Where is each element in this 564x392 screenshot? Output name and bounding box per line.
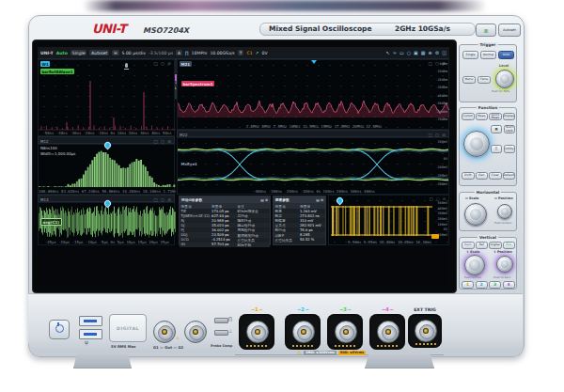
v-position-label: ↕ Position (494, 250, 512, 254)
vertical-group: Vertical Math Ref Digital Bus ↕ Scale Pu… (459, 237, 517, 290)
noise-window-controls[interactable]: □ ○ ⊙ (154, 197, 172, 202)
trigger-auto-button[interactable]: Auto (498, 51, 514, 59)
ref-wave-panel[interactable]: W1 barRefAWave1 □ ○ ⊙ -50ns -40ns -30ns … (38, 59, 175, 136)
square-wave-icon: ∏ (228, 316, 232, 321)
model-label: MSO7204X (143, 26, 189, 35)
table-cell: TJ(BER<=1E-12) (180, 214, 211, 218)
y-tick-label: -200mV (435, 174, 447, 178)
table-icons[interactable]: ▤ ⊙ (260, 198, 268, 202)
multipurpose-knob[interactable] (463, 131, 490, 157)
digital-button[interactable]: Digital (489, 242, 502, 249)
trigger-group: Trigger Single Normal Auto Menu Force Le… (459, 44, 517, 102)
v-position-knob[interactable] (496, 256, 513, 273)
histogram-panel[interactable]: N8ns100 Width=1,000.00μs 100.000ns 83.62… (38, 144, 175, 195)
ref-button[interactable]: Ref (476, 242, 489, 249)
noise-panel[interactable]: avg(C1) -25μs -20μs -15μs -10μs -5μs 0s … (38, 202, 175, 245)
probe-comp-tab-2 (214, 330, 228, 336)
function-group-title: Function (477, 105, 499, 110)
vertical-channel-button-2[interactable]: 2 (476, 281, 488, 289)
vertical-channel-button-1[interactable]: 1 (462, 281, 474, 289)
eye-window-controls[interactable]: □ ○ ⊙ (429, 133, 446, 137)
device-foot-left (73, 353, 132, 368)
eye-panel[interactable]: MxEye1 -400ns -300ns -200ns -100ns 0s 10… (177, 137, 449, 195)
table-cell: 57.703 ps (211, 243, 236, 246)
touch-lock-button[interactable]: Touch Lock (504, 125, 515, 133)
acquire-icon[interactable]: ▭ (400, 50, 404, 55)
table-cell: 码间干扰 (236, 243, 270, 247)
display-button[interactable]: Display (503, 113, 516, 120)
acquire-badge: A (176, 50, 182, 55)
screen[interactable]: UNI-T Auto Single Autoset H 5.00 μs/div … (38, 47, 449, 286)
hist-window-controls[interactable]: □ ○ ⊙ (154, 139, 172, 144)
utility-button[interactable]: Utility (504, 145, 515, 153)
mic-icon[interactable] (124, 63, 129, 71)
gen-button[interactable]: Gen (476, 172, 489, 180)
device-title: Mixed Signal Oscilloscope (269, 24, 372, 33)
math-button[interactable]: Math (462, 242, 475, 249)
close-button[interactable]: ╳ (491, 145, 502, 153)
oscilloscope-photo: UNI-T MSO7204X Mixed Signal Oscilloscope… (0, 0, 564, 392)
vertical-channel-button-4[interactable]: 4 (503, 281, 515, 289)
trigger-position-marker[interactable] (311, 60, 317, 64)
trigger-level-knob[interactable] (495, 70, 514, 88)
y-tick-label: -10dBm (435, 70, 447, 73)
jitter-table[interactable]: 抖动分析参数▤ ⊙测量项测量值备注TIE173.05 ps时间间隔误差TJ(BE… (179, 196, 271, 245)
autoset-button-hw[interactable]: Autoset (498, 24, 521, 37)
digital-panel[interactable]: □ ○ ⊙ 500mV400mV300mV200mV100mV0V-100mV … (328, 195, 449, 245)
control-panel: Trigger Single Normal Auto Menu Force Le… (459, 41, 517, 291)
vertical-channel-button-3[interactable]: 3 (489, 281, 501, 289)
settings-icon[interactable]: ⚙ (435, 50, 439, 55)
default-button[interactable]: Default (503, 172, 516, 180)
impedance-warning-50: 50Ω: ≤5Vrms (338, 351, 366, 355)
menu-green-icon: ≣ (483, 27, 488, 34)
ext-trig-connector (408, 314, 442, 348)
noise-trace-tag: avg(C1) (40, 218, 62, 226)
trigger-force-button[interactable]: Force (478, 76, 491, 84)
trigger-normal-button[interactable]: Normal (480, 51, 496, 59)
cursor-icon[interactable]: ↖ (386, 50, 390, 55)
h-position-knob[interactable] (497, 204, 512, 219)
layout-icon[interactable]: ◫ (442, 50, 446, 55)
save-icon[interactable]: ⊕ (429, 50, 432, 55)
spectrum-panel[interactable]: M21 barSpectrum1 □ ○ ⊙ 2.5MHz 5MHz 7.5MH… (177, 59, 449, 130)
channel-1-connector (239, 314, 274, 350)
clock-icon[interactable]: ○ (407, 50, 411, 55)
menu-button[interactable]: ≣ (476, 24, 496, 37)
ref-window-controls[interactable]: □ ○ ⊙ (154, 61, 172, 66)
h-scale-knob[interactable] (464, 203, 487, 226)
digital-y-labels: 500mV400mV300mV200mV100mV0V-100mV (435, 201, 447, 237)
channel-3-label: ‒ 3 ‒ (327, 306, 363, 312)
noise-x-ticks: -25μs -20μs -15μs -10μs -5μs 0s 5μs 10μs… (39, 240, 176, 244)
y-tick-label: 200mV (435, 217, 447, 221)
v-scale-knob[interactable] (464, 255, 485, 275)
table-cell: DCD (180, 238, 211, 242)
trigger-single-button[interactable]: Single (462, 51, 478, 59)
meas-button[interactable]: Meas (476, 113, 489, 120)
single-button[interactable]: Single (70, 50, 87, 55)
eye-header[interactable]: M22 □ ○ ⊙ (177, 130, 449, 137)
quick-meas-button[interactable]: Quick Meas (489, 113, 502, 120)
grid-icon[interactable]: ▦ (421, 50, 426, 55)
camera-icon[interactable]: ▣ (414, 50, 418, 55)
nav-grid-button[interactable]: ▦ (491, 125, 502, 133)
table-icons[interactable]: ▤ ⊙ (316, 198, 323, 202)
bus-button[interactable]: Bus (503, 242, 516, 249)
digital-x-ticks: 9.90ms 9.95ms 10.00ms 10.05ms 10.10ms (329, 240, 449, 244)
y-tick-label: 0V (435, 157, 447, 161)
horizontal-group-title: Horizontal (475, 190, 501, 195)
gen1-connector (153, 321, 176, 343)
table-cell: -4.2514 ps (211, 238, 236, 242)
dvm-button[interactable]: DVM (462, 172, 475, 180)
table-cell: TIE (180, 210, 211, 213)
table-cell: RJ (180, 219, 211, 223)
trigger-menu-button[interactable]: Menu (462, 76, 476, 84)
autoset-button[interactable]: Autoset (89, 50, 109, 55)
cursor-button[interactable]: Cursor (462, 113, 475, 120)
brand-logo: UNI-T (92, 22, 126, 36)
decode-icon[interactable]: ≈ (393, 50, 397, 55)
eye-table[interactable]: 眼图参数▤ ⊙测量项测量值眼高1.263 mV眼宽273.832 ns眼幅度31… (273, 196, 326, 245)
table-cell: 1.263 mV (299, 210, 325, 213)
table-cell: 23.509 ps (211, 233, 236, 237)
clear-button[interactable]: Clear (489, 172, 502, 180)
probe-comp-tab-1 (214, 318, 228, 323)
